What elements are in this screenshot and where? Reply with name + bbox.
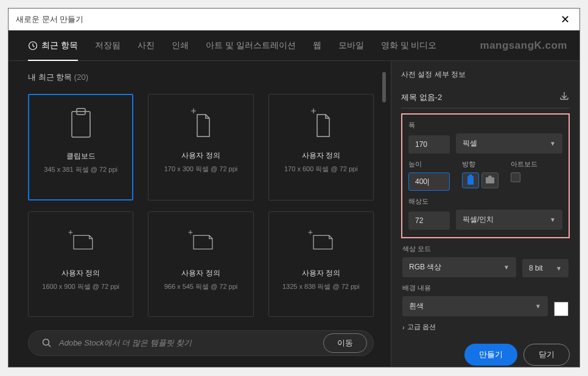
height-input[interactable]: 400|	[408, 172, 450, 191]
width-input[interactable]: 170	[408, 135, 450, 154]
stock-search-bar[interactable]: Adobe Stock에서 더 많은 템플릿 찾기 이동	[28, 330, 374, 356]
preset-name: 사용자 정의	[302, 151, 340, 161]
document-name-row: 제목 없음-2	[401, 91, 570, 108]
search-icon	[42, 338, 52, 348]
dimensions-highlight: 폭 170 픽셀 ▼ 높이 400|	[401, 113, 570, 238]
tab-art[interactable]: 아트 및 일러스트레이션	[206, 30, 296, 61]
preset-card-clipboard[interactable]: 클립보드 345 x 381 픽셀 @ 72 ppi	[28, 94, 133, 200]
recent-title-text: 내 최근 항목	[28, 73, 72, 82]
chevron-down-icon: ▼	[550, 140, 556, 147]
svg-rect-1	[72, 112, 90, 137]
recent-section-title: 내 최근 항목 (20)	[28, 72, 374, 83]
resolution-unit-dropdown[interactable]: 픽셀/인치 ▼	[456, 210, 562, 230]
tab-saved[interactable]: 저장됨	[95, 30, 121, 61]
preset-dims: 1600 x 900 픽셀 @ 72 ppi	[42, 282, 119, 291]
preset-dims: 1325 x 838 픽셀 @ 72 ppi	[282, 282, 360, 291]
tab-label: 영화 및 비디오	[381, 40, 437, 51]
color-mode-value: RGB 색상	[409, 262, 441, 272]
preset-card-custom-4[interactable]: 사용자 정의 966 x 545 픽셀 @ 72 ppi	[148, 211, 253, 317]
tab-label: 저장됨	[95, 40, 121, 51]
resolution-input[interactable]: 72	[408, 211, 450, 230]
advanced-label: 고급 옵션	[407, 322, 436, 332]
tab-photo[interactable]: 사진	[138, 30, 155, 61]
unit-dropdown[interactable]: 픽셀 ▼	[456, 133, 562, 154]
preset-card-custom-1[interactable]: 사용자 정의 170 x 300 픽셀 @ 72 ppi	[148, 94, 253, 200]
preset-dims: 966 x 545 픽셀 @ 72 ppi	[164, 282, 238, 291]
width-label: 폭	[408, 121, 562, 130]
document-portrait-icon	[186, 105, 215, 141]
tab-label: 모바일	[338, 40, 364, 51]
preset-card-custom-5[interactable]: 사용자 정의 1325 x 838 픽셀 @ 72 ppi	[268, 211, 374, 317]
preset-name: 사용자 정의	[61, 268, 100, 278]
resolution-label: 해상도	[408, 197, 562, 206]
tab-mobile[interactable]: 모바일	[338, 30, 364, 61]
tab-label: 사진	[138, 40, 155, 51]
preset-name: 사용자 정의	[181, 151, 220, 161]
create-button[interactable]: 만들기	[464, 344, 517, 366]
tab-print[interactable]: 인쇄	[172, 30, 189, 61]
chevron-down-icon: ▼	[550, 216, 556, 223]
height-label: 높이	[408, 160, 450, 169]
chevron-down-icon: ▼	[556, 265, 562, 272]
main-area: 내 최근 항목 (20) 클립보드 345 x 381 픽셀 @ 72 ppi	[9, 61, 579, 367]
color-mode-dropdown[interactable]: RGB 색상 ▼	[402, 257, 516, 277]
close-button[interactable]: 닫기	[523, 344, 570, 366]
titlebar: 새로운 문서 만들기 ✕	[9, 9, 579, 30]
resolution-unit-value: 픽셀/인치	[463, 215, 494, 225]
preset-name: 클립보드	[66, 151, 96, 161]
chevron-right-icon: ›	[402, 324, 405, 331]
category-tabs: 최근 항목 저장됨 사진 인쇄 아트 및 일러스트레이션 웹 모바일 영화 및 …	[9, 30, 579, 61]
orientation-landscape-button[interactable]	[481, 172, 499, 188]
document-name-input[interactable]: 제목 없음-2	[401, 92, 442, 103]
tab-label: 웹	[313, 40, 321, 51]
search-go-button[interactable]: 이동	[323, 333, 367, 353]
advanced-options-toggle[interactable]: › 고급 옵션	[402, 322, 569, 332]
background-value: 흰색	[409, 301, 424, 311]
preset-grid: 클립보드 345 x 381 픽셀 @ 72 ppi 사용자 정의 170 x …	[28, 94, 374, 317]
chevron-down-icon: ▼	[535, 303, 541, 310]
preset-dims: 170 x 600 픽셀 @ 72 ppi	[284, 165, 358, 174]
artboard-label: 아트보드	[511, 160, 537, 169]
unit-value: 픽셀	[463, 138, 477, 149]
tab-label: 인쇄	[172, 40, 189, 51]
bit-depth-value: 8 bit	[529, 264, 543, 272]
preset-card-custom-3[interactable]: 사용자 정의 1600 x 900 픽셀 @ 72 ppi	[28, 211, 133, 317]
background-label: 배경 내용	[402, 283, 569, 293]
search-placeholder: Adobe Stock에서 더 많은 템플릿 찾기	[59, 338, 316, 349]
preset-dims: 345 x 381 픽셀 @ 72 ppi	[44, 165, 117, 174]
tab-recent[interactable]: 최근 항목	[28, 30, 78, 61]
clock-icon	[28, 41, 38, 51]
lower-settings: 색상 모드 RGB 색상 ▼ 8 bit ▼	[401, 238, 570, 332]
artboard-checkbox[interactable]	[511, 172, 520, 182]
details-panel: 사전 설정 세부 정보 제목 없음-2 폭 170 픽셀	[391, 61, 579, 367]
chevron-down-icon: ▼	[503, 264, 509, 271]
preset-card-custom-2[interactable]: 사용자 정의 170 x 600 픽셀 @ 72 ppi	[268, 94, 374, 200]
tab-film[interactable]: 영화 및 비디오	[381, 30, 437, 61]
recent-count: (20)	[74, 73, 88, 82]
tab-web[interactable]: 웹	[313, 30, 321, 61]
watermark-text: mangsangK.com	[480, 40, 567, 52]
details-title: 사전 설정 세부 정보	[401, 69, 570, 80]
tab-label: 아트 및 일러스트레이션	[206, 40, 296, 51]
portrait-icon	[467, 176, 474, 185]
background-color-swatch[interactable]	[554, 302, 569, 316]
preset-dims: 170 x 300 픽셀 @ 72 ppi	[164, 165, 238, 174]
content-area: 최근 항목 저장됨 사진 인쇄 아트 및 일러스트레이션 웹 모바일 영화 및 …	[9, 30, 579, 367]
color-mode-label: 색상 모드	[402, 244, 569, 254]
presets-panel: 내 최근 항목 (20) 클립보드 345 x 381 픽셀 @ 72 ppi	[9, 61, 391, 367]
document-landscape-icon	[186, 223, 215, 258]
preset-name: 사용자 정의	[302, 268, 340, 278]
landscape-icon	[486, 177, 494, 183]
orientation-label: 방향	[462, 160, 499, 169]
document-portrait-icon	[306, 105, 335, 141]
orientation-portrait-button[interactable]	[462, 172, 479, 188]
document-landscape-icon	[66, 223, 96, 258]
save-preset-icon[interactable]	[559, 91, 570, 104]
background-dropdown[interactable]: 흰색 ▼	[402, 296, 548, 316]
bit-depth-dropdown[interactable]: 8 bit ▼	[522, 259, 569, 277]
footer-buttons: 만들기 닫기	[401, 332, 570, 366]
svg-point-3	[43, 339, 49, 346]
tab-label: 최근 항목	[41, 40, 78, 51]
document-landscape-icon	[306, 223, 335, 258]
close-icon[interactable]: ✕	[558, 10, 572, 29]
